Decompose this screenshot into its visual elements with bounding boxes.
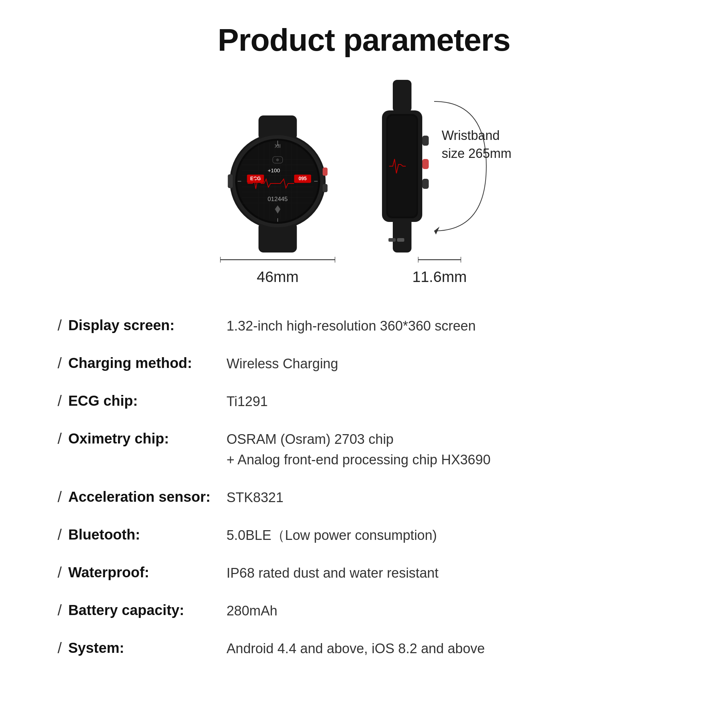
svg-rect-53 (422, 179, 429, 189)
spec-value: Ti1291 (226, 392, 670, 412)
svg-rect-36 (228, 174, 233, 188)
spec-row: /Bluetooth:5.0BLE（Low power consumption) (58, 517, 670, 554)
wristband-label-line2: size 265mm (442, 146, 511, 161)
spec-value: IP68 rated dust and water resistant (226, 563, 670, 583)
svg-rect-56 (397, 238, 404, 242)
spec-value: Android 4.4 and above, iOS 8.2 and above (226, 638, 670, 659)
spec-label: Bluetooth: (68, 525, 226, 544)
watch-side-dimension-container: 11.6mm (412, 255, 467, 286)
spec-row: /ECG chip:Ti1291 (58, 383, 670, 421)
svg-rect-46 (393, 80, 411, 112)
spec-value: 1.32-inch high-resolution 360*360 screen (226, 316, 670, 336)
watch-front-container: ECG 095 +100 012445 XII (220, 115, 335, 286)
spec-slash-icon: / (58, 601, 62, 619)
spec-value: OSRAM (Osram) 2703 chip+ Analog front-en… (226, 429, 670, 470)
spec-label: ECG chip: (68, 392, 226, 410)
spec-value: 5.0BLE（Low power consumption) (226, 525, 670, 546)
spec-value: STK8321 (226, 487, 670, 508)
svg-text:012445: 012445 (268, 196, 288, 202)
watch-side-container: Wristband size 265mm 11.6mm (371, 80, 508, 286)
svg-rect-51 (422, 136, 429, 146)
svg-rect-38 (323, 184, 328, 193)
spec-slash-icon: / (58, 392, 62, 410)
spec-label: Acceleration sensor: (68, 487, 226, 506)
spec-slash-icon: / (58, 317, 62, 335)
svg-rect-52 (422, 159, 429, 169)
watch-side-svg (371, 80, 508, 252)
spec-value: 280mAh (226, 601, 670, 621)
spec-label: System: (68, 638, 226, 657)
page-title: Product parameters (43, 21, 685, 58)
svg-rect-37 (323, 168, 328, 176)
front-dimension-label: 46mm (257, 268, 299, 286)
spec-slash-icon: / (58, 488, 62, 506)
spec-row: /System:Android 4.4 and above, iOS 8.2 a… (58, 630, 670, 668)
side-dimension-label: 11.6mm (412, 268, 467, 286)
side-bracket-svg (418, 255, 461, 265)
spec-label: Charging method: (68, 353, 226, 372)
watch-front-dimension-container: 46mm (220, 255, 335, 286)
spec-row: /Acceleration sensor:STK8321 (58, 479, 670, 517)
spec-label: Oximetry chip: (68, 429, 226, 448)
spec-slash-icon: / (58, 564, 62, 582)
svg-rect-55 (388, 238, 396, 242)
svg-rect-47 (393, 218, 411, 252)
spec-slash-icon: / (58, 526, 62, 544)
spec-label: Waterproof: (68, 563, 226, 582)
spec-row: /Battery capacity:280mAh (58, 592, 670, 630)
spec-label: Battery capacity: (68, 601, 226, 619)
page-container: Product parameters (0, 0, 728, 728)
spec-slash-icon: / (58, 639, 62, 657)
spec-row: /Waterproof:IP68 rated dust and water re… (58, 554, 670, 592)
watch-front-svg: ECG 095 +100 012445 XII (220, 115, 335, 252)
svg-text:+100: +100 (268, 168, 280, 174)
spec-row: /Charging method:Wireless Charging (58, 345, 670, 383)
watch-images-section: ECG 095 +100 012445 XII (43, 80, 685, 286)
spec-row: /Oximetry chip:OSRAM (Osram) 2703 chip+ … (58, 421, 670, 479)
spec-value: Wireless Charging (226, 353, 670, 374)
svg-text:095: 095 (298, 176, 307, 181)
spec-row: /Display screen:1.32-inch high-resolutio… (58, 307, 670, 345)
specs-section: /Display screen:1.32-inch high-resolutio… (43, 307, 685, 668)
spec-slash-icon: / (58, 430, 62, 448)
wristband-label-line1: Wristband (442, 128, 500, 143)
front-bracket-svg (220, 255, 335, 265)
svg-point-31 (277, 144, 279, 146)
spec-slash-icon: / (58, 354, 62, 372)
spec-label: Display screen: (68, 316, 226, 335)
svg-text:⊕: ⊕ (276, 158, 280, 162)
